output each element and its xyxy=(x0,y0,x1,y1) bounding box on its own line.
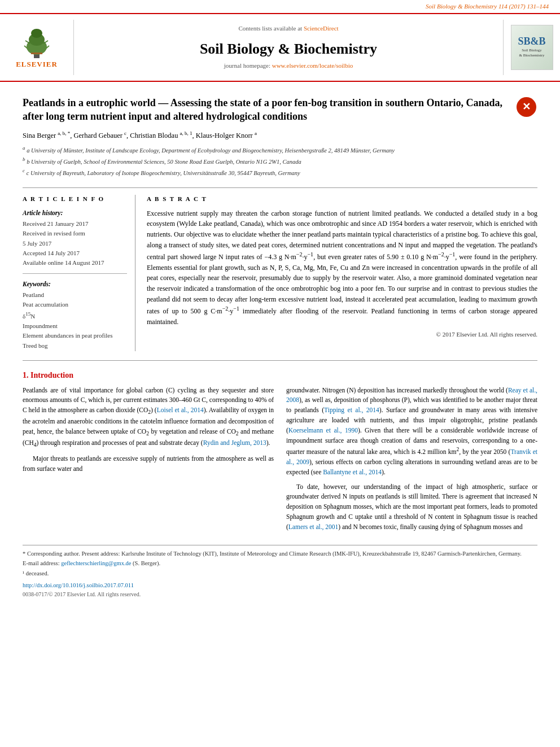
issn-line: 0038-0717/© 2017 Elsevier Ltd. All right… xyxy=(23,591,537,599)
reay-ref[interactable]: Reay et al., 2008 xyxy=(286,387,537,404)
elsevier-logo-section: ELSEVIER xyxy=(0,20,73,75)
elsevier-tree-icon xyxy=(14,25,59,59)
keyword-6: Treed bog xyxy=(23,342,127,350)
intro-right-col: groundwater. Nitrogen (N) deposition has… xyxy=(286,386,537,537)
introduction-section: 1. Introduction Peatlands are of vital i… xyxy=(23,370,537,537)
elsevier-logo: ELSEVIER xyxy=(14,25,59,69)
info-abstract-section: A R T I C L E I N F O Article history: R… xyxy=(23,187,537,351)
keyword-5: Element abundances in peat profiles xyxy=(23,331,127,340)
svg-point-3 xyxy=(31,29,42,38)
footnote-deceased: ¹ deceased. xyxy=(23,570,537,578)
article-title: Peatlands in a eutrophic world — Assessi… xyxy=(23,96,509,124)
intro-para-1: Peatlands are of vital importance for gl… xyxy=(23,386,274,450)
crossmark-icon: ✕ xyxy=(517,97,536,117)
doi-line: http://dx.doi.org/10.1016/j.soilbio.2017… xyxy=(23,582,537,590)
history-revised-label: Received in revised form xyxy=(23,229,127,238)
article-title-section: Peatlands in a eutrophic world — Assessi… xyxy=(23,90,537,124)
footnotes-section: * Corresponding author. Present address:… xyxy=(23,545,537,599)
copyright-line: © 2017 Elsevier Ltd. All rights reserved… xyxy=(147,330,537,339)
article-history-title: Article history: xyxy=(23,208,127,217)
keywords-title: Keywords: xyxy=(23,279,127,289)
keyword-3: δ15N xyxy=(23,311,127,321)
journal-homepage-link[interactable]: www.elsevier.com/locate/soilbio xyxy=(272,62,353,69)
history-online: Available online 14 August 2017 xyxy=(23,259,127,267)
contents-available-text: Contents lists available at ScienceDirec… xyxy=(238,24,338,33)
divider-history-keywords xyxy=(23,273,127,274)
article-info-column: A R T I C L E I N F O Article history: R… xyxy=(23,195,135,351)
abstract-label: A B S T R A C T xyxy=(147,195,537,203)
article-info-label: A R T I C L E I N F O xyxy=(23,195,127,203)
authors-line: Sina Berger a, b, *, Gerhard Gebauer c, … xyxy=(23,130,537,141)
footnote-corresponding: * Corresponding author. Present address:… xyxy=(23,550,537,558)
doi-link[interactable]: http://dx.doi.org/10.1016/j.soilbio.2017… xyxy=(23,582,134,588)
elsevier-name: ELSEVIER xyxy=(16,59,58,69)
loisel-ref[interactable]: Loisel et al., 2014 xyxy=(157,407,204,413)
lamers-ref[interactable]: Lamers et al., 2001 xyxy=(288,523,338,530)
tranvik-ref[interactable]: Tranvik et al., 2009 xyxy=(286,448,537,465)
svg-rect-4 xyxy=(31,53,42,54)
tipping-ref[interactable]: Tipping et al., 2014 xyxy=(324,407,379,413)
affiliation-a: a a University of Münster, Institute of … xyxy=(23,145,537,155)
affiliation-b: b b University of Guelph, School of Envi… xyxy=(23,156,537,166)
sciencedirect-link[interactable]: ScienceDirect xyxy=(304,25,339,32)
keyword-2: Peat accumulation xyxy=(23,300,127,309)
journal-reference: Soil Biology & Biochemistry 114 (2017) 1… xyxy=(426,3,549,10)
intro-para-3: groundwater. Nitrogen (N) deposition has… xyxy=(286,386,537,478)
journal-thumbnail: SB&B Soil Biology& Biochemistry xyxy=(511,25,553,70)
ballantyne-ref[interactable]: Ballantyne et al., 2014 xyxy=(323,469,382,475)
history-received: Received 21 January 2017 xyxy=(23,220,127,228)
section-divider xyxy=(23,360,537,361)
history-revised-date: 5 July 2017 xyxy=(23,239,127,248)
journal-reference-bar: Soil Biology & Biochemistry 114 (2017) 1… xyxy=(0,0,560,13)
journal-header: ELSEVIER Contents lists available at Sci… xyxy=(0,13,560,81)
intro-para-4: To date, however, our understanding of t… xyxy=(286,482,537,532)
koerselmann-ref[interactable]: Koerselmann et al., 1990 xyxy=(288,427,358,434)
journal-header-center: Contents lists available at ScienceDirec… xyxy=(73,20,504,75)
intro-left-col: Peatlands are of vital importance for gl… xyxy=(23,386,274,537)
keyword-4: Impoundment xyxy=(23,322,127,330)
footnote-email: E-mail address: geflechterschierling@gmx… xyxy=(23,560,537,568)
rydin-ref[interactable]: Rydin and Jeglum, 2013 xyxy=(203,439,266,446)
introduction-heading: 1. Introduction xyxy=(23,370,537,381)
article-content: Peatlands in a eutrophic world — Assessi… xyxy=(0,82,560,610)
abstract-column: A B S T R A C T Excessive nutrient suppl… xyxy=(147,195,537,351)
affiliation-c: c c University of Bayreuth, Laboratory o… xyxy=(23,167,537,177)
history-accepted: Accepted 14 July 2017 xyxy=(23,249,127,257)
journal-thumbnail-section: SB&B Soil Biology& Biochemistry xyxy=(504,20,560,75)
keyword-1: Peatland xyxy=(23,291,127,299)
crossmark-section: ✕ xyxy=(515,96,537,119)
abstract-text: Excessive nutrient supply may threaten t… xyxy=(147,208,537,327)
journal-homepage: journal homepage: www.elsevier.com/locat… xyxy=(224,62,353,70)
journal-title: Soil Biology & Biochemistry xyxy=(200,39,377,59)
affiliations: a a University of Münster, Institute of … xyxy=(23,145,537,178)
email-link[interactable]: geflechterschierling@gmx.de xyxy=(61,560,131,566)
introduction-body: Peatlands are of vital importance for gl… xyxy=(23,386,537,537)
intro-para-2: Major threats to peatlands are excessive… xyxy=(23,454,274,474)
